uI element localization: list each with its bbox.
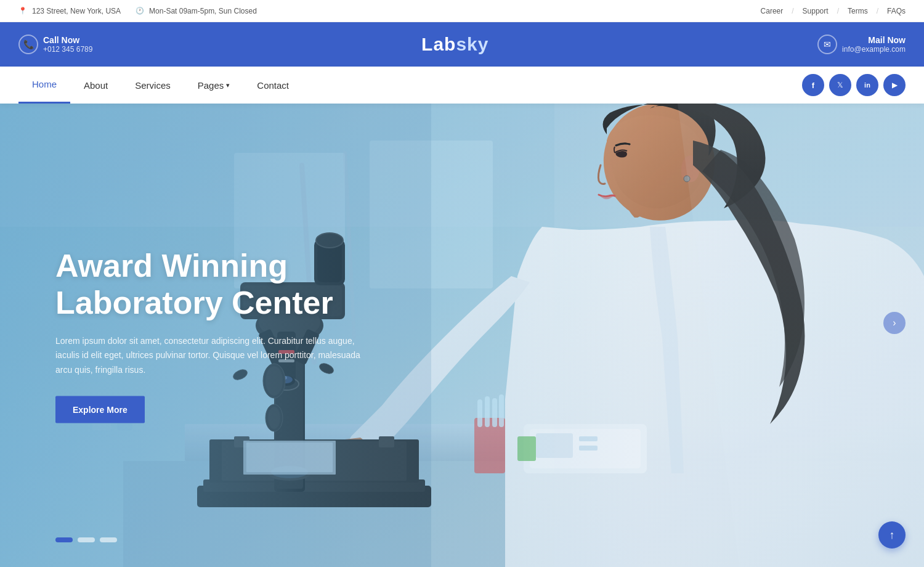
nav-item-services[interactable]: Services bbox=[121, 67, 184, 104]
nav-socials: f 𝕏 in ▶ bbox=[802, 74, 906, 96]
arrow-up-icon: ↑ bbox=[890, 529, 895, 542]
hero-section: Award Winning Laboratory Center Lorem ip… bbox=[0, 104, 924, 567]
hero-description: Lorem ipsum dolor sit amet, consectetur … bbox=[55, 333, 376, 377]
slider-dot-2[interactable] bbox=[78, 537, 95, 542]
slider-dots bbox=[55, 537, 117, 542]
top-bar-left: 📍 123 Street, New York, USA 🕐 Mon-Sat 09… bbox=[18, 7, 257, 15]
faqs-link[interactable]: FAQs bbox=[887, 7, 906, 15]
logo-part1: Lab bbox=[421, 34, 456, 54]
youtube-social-btn[interactable]: ▶ bbox=[883, 74, 906, 96]
top-bar-links: Career / Support / Terms / FAQs bbox=[761, 7, 906, 15]
site-header: 📞 Call Now +012 345 6789 Labsky ✉ Mail N… bbox=[0, 22, 924, 67]
logo-part2: sky bbox=[456, 34, 488, 54]
terms-link[interactable]: Terms bbox=[848, 7, 868, 15]
hours-text: Mon-Sat 09am-5pm, Sun Closed bbox=[149, 7, 257, 15]
nav-item-pages[interactable]: Pages ▾ bbox=[184, 67, 244, 104]
nav-item-about[interactable]: About bbox=[70, 67, 121, 104]
mail-text: Mail Now info@example.com bbox=[842, 35, 906, 54]
call-text: Call Now +012 345 6789 bbox=[43, 35, 92, 54]
nav-item-contact[interactable]: Contact bbox=[243, 67, 302, 104]
support-link[interactable]: Support bbox=[803, 7, 829, 15]
address-item: 📍 123 Street, New York, USA bbox=[18, 7, 121, 15]
call-number: +012 345 6789 bbox=[43, 45, 92, 54]
hero-content: Award Winning Laboratory Center Lorem ip… bbox=[55, 248, 437, 423]
pin-icon: 📍 bbox=[18, 7, 27, 15]
scroll-to-top-button[interactable]: ↑ bbox=[878, 521, 906, 549]
mail-address: info@example.com bbox=[842, 45, 906, 54]
main-navbar: Home About Services Pages ▾ Contact f 𝕏 … bbox=[0, 67, 924, 104]
header-mail: ✉ Mail Now info@example.com bbox=[817, 35, 906, 54]
clock-icon: 🕐 bbox=[136, 7, 144, 15]
chevron-right-icon: › bbox=[893, 317, 896, 328]
call-label: Call Now bbox=[43, 35, 92, 45]
explore-more-button[interactable]: Explore More bbox=[55, 396, 145, 423]
slider-dot-1[interactable] bbox=[55, 537, 73, 542]
linkedin-social-btn[interactable]: in bbox=[856, 74, 878, 96]
phone-icon: 📞 bbox=[18, 35, 38, 54]
facebook-social-btn[interactable]: f bbox=[802, 74, 824, 96]
slider-dot-3[interactable] bbox=[100, 537, 117, 542]
site-logo[interactable]: Labsky bbox=[421, 34, 488, 55]
mail-label: Mail Now bbox=[868, 35, 906, 45]
twitter-social-btn[interactable]: 𝕏 bbox=[829, 74, 851, 96]
hero-title: Award Winning Laboratory Center bbox=[55, 248, 437, 322]
hours-item: 🕐 Mon-Sat 09am-5pm, Sun Closed bbox=[136, 7, 257, 15]
mail-icon: ✉ bbox=[817, 35, 837, 54]
career-link[interactable]: Career bbox=[761, 7, 784, 15]
header-call: 📞 Call Now +012 345 6789 bbox=[18, 35, 92, 54]
top-bar: 📍 123 Street, New York, USA 🕐 Mon-Sat 09… bbox=[0, 0, 924, 22]
nav-links: Home About Services Pages ▾ Contact bbox=[18, 67, 302, 104]
address-text: 123 Street, New York, USA bbox=[32, 7, 121, 15]
nav-item-home[interactable]: Home bbox=[18, 67, 70, 104]
chevron-down-icon: ▾ bbox=[226, 81, 230, 89]
